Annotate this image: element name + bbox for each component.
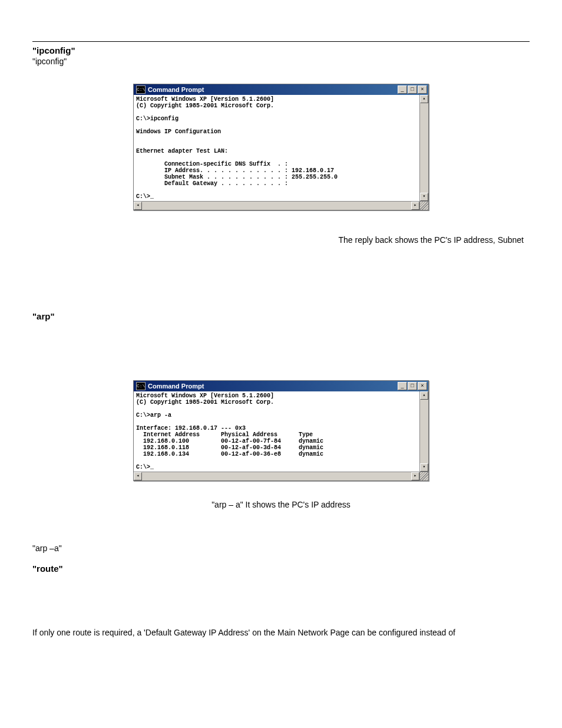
minimize-button[interactable]: _ [398, 85, 407, 94]
horizontal-scrollbar[interactable]: ◂ ▸ [134, 472, 419, 480]
scroll-left-icon[interactable]: ◂ [134, 202, 142, 210]
scroll-right-icon[interactable]: ▸ [411, 472, 419, 480]
scroll-up-icon[interactable]: ▴ [420, 391, 428, 400]
figure-ipconfig: C:\ Command Prompt _ □ × Microsoft Windo… [32, 84, 530, 210]
scroll-down-icon[interactable]: ▾ [420, 193, 428, 201]
scroll-left-icon[interactable]: ◂ [134, 472, 142, 480]
resize-grip-icon[interactable] [419, 202, 428, 210]
window-title: Command Prompt [148, 383, 397, 390]
titlebar: C:\ Command Prompt _ □ × [134, 84, 428, 95]
minimize-button[interactable]: _ [398, 382, 407, 390]
vertical-scrollbar[interactable]: ▴ ▾ [419, 391, 428, 472]
figure-arp: C:\ Command Prompt _ □ × Microsoft Windo… [32, 380, 530, 481]
scroll-up-icon[interactable]: ▴ [420, 95, 428, 103]
console-window-ipconfig: C:\ Command Prompt _ □ × Microsoft Windo… [133, 84, 429, 210]
horizontal-scrollbar[interactable]: ◂ ▸ [134, 202, 419, 210]
heading-arp: "arp" [32, 311, 530, 321]
console-output: Microsoft Windows XP [Version 5.1.2600] … [134, 95, 419, 201]
close-button[interactable]: × [418, 382, 427, 390]
titlebar: C:\ Command Prompt _ □ × [134, 381, 428, 391]
vertical-scrollbar[interactable]: ▴ ▾ [419, 95, 428, 201]
maximize-button[interactable]: □ [408, 382, 417, 390]
resize-grip-icon[interactable] [419, 472, 428, 480]
arp-inline: "arp –a" [32, 543, 530, 553]
scroll-down-icon[interactable]: ▾ [420, 463, 428, 472]
route-paragraph: If only one route is required, a 'Defaul… [32, 627, 530, 639]
console-output: Microsoft Windows XP [Version 5.1.2600] … [134, 391, 419, 472]
ipconfig-caption: The reply back shows the PC's IP address… [32, 234, 530, 246]
maximize-button[interactable]: □ [408, 85, 417, 94]
console-window-arp: C:\ Command Prompt _ □ × Microsoft Windo… [133, 380, 429, 481]
window-title: Command Prompt [148, 86, 397, 93]
scroll-right-icon[interactable]: ▸ [411, 202, 419, 210]
close-button[interactable]: × [418, 85, 427, 94]
subheading-ipconfig: "ipconfig" [32, 57, 530, 66]
arp-caption: "arp – a" It shows the PC's IP address [32, 499, 530, 511]
console-icon: C:\ [136, 85, 146, 94]
console-icon: C:\ [136, 382, 146, 390]
heading-ipconfig: "ipconfig" [32, 45, 530, 55]
heading-route: "route" [32, 564, 530, 574]
horizontal-rule [32, 41, 530, 42]
